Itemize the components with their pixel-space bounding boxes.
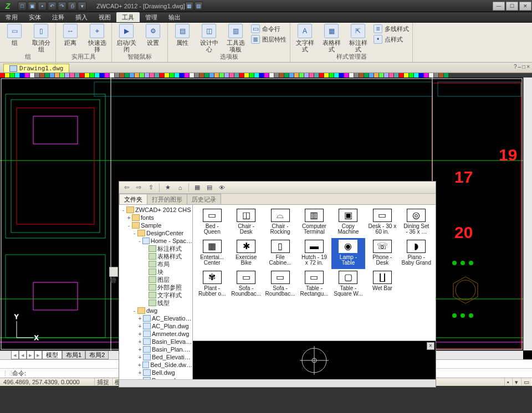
help2-icon[interactable]: ▧: [195, 2, 203, 11]
palette-tab[interactable]: 文件夹: [119, 194, 147, 204]
mdi-restore-icon[interactable]: □: [522, 64, 525, 70]
palette-toolbar-icon[interactable]: ⌂: [175, 183, 185, 193]
block-item[interactable]: ▭Bed - Queen: [195, 207, 229, 238]
block-item[interactable]: ◫Chair -Desk: [229, 207, 263, 238]
block-item[interactable]: ▣CopyMachine: [331, 207, 365, 238]
block-item[interactable]: ▭Sofa -Roundbac...: [229, 269, 263, 300]
folder-tree[interactable]: -ZWCAD+ 2012 CHS+fonts-Sample-DesignCent…: [119, 205, 193, 379]
mdi-close-icon[interactable]: ×: [526, 64, 530, 70]
tree-twisty-icon[interactable]: -: [137, 238, 142, 244]
help-icon[interactable]: ▦: [185, 2, 193, 11]
ribbon-button[interactable]: ≣图层特性: [251, 34, 287, 44]
tree-node[interactable]: +AC_Elevatio…: [119, 314, 192, 322]
tree-node[interactable]: 线型: [119, 299, 192, 307]
ribbon-button[interactable]: ⇱标注样式: [347, 24, 369, 53]
block-grid[interactable]: ▭Bed - Queen◫Chair -Desk⌓Chair -Rocking▥…: [193, 205, 436, 340]
layout-nav-icon[interactable]: ▸: [27, 350, 34, 359]
palette-toolbar-icon[interactable]: ⇦: [121, 183, 131, 193]
ribbon-button[interactable]: ▥工具选项板: [224, 24, 247, 53]
qat-save-icon[interactable]: ▪: [38, 2, 47, 11]
tree-twisty-icon[interactable]: +: [137, 316, 143, 322]
qat-more-icon[interactable]: ▾: [78, 2, 86, 11]
ribbon-button[interactable]: ◫设计中心: [198, 24, 220, 53]
palette-toolbar-icon[interactable]: ★: [163, 183, 173, 193]
ribbon-button[interactable]: ▭组: [3, 24, 25, 46]
tree-twisty-icon[interactable]: +: [137, 354, 143, 360]
ribbon-tab[interactable]: 工具: [116, 12, 140, 22]
palette-toolbar-icon[interactable]: ⇨: [134, 183, 144, 193]
tree-node[interactable]: 表格样式: [119, 252, 192, 260]
layout-tab[interactable]: 布局1: [62, 350, 85, 359]
ribbon-button[interactable]: ▯取消分组: [30, 24, 52, 53]
layout-tab[interactable]: 模型: [42, 350, 62, 359]
qat-print-icon[interactable]: ⎙: [68, 2, 76, 11]
ribbon-tab[interactable]: 插入: [70, 12, 93, 22]
block-item[interactable]: ⌓Chair -Rocking: [263, 207, 297, 238]
tree-node[interactable]: 块: [119, 268, 192, 276]
tree-node[interactable]: +fonts: [119, 214, 192, 221]
tree-node[interactable]: -Home - Spac…: [119, 237, 192, 245]
ribbon-tab[interactable]: 常用: [0, 12, 23, 22]
tree-node[interactable]: +Ammeter.dwg: [119, 330, 192, 338]
maximize-button[interactable]: ☐: [506, 2, 518, 11]
layout-nav-icon[interactable]: ◂: [19, 350, 27, 359]
tree-node[interactable]: 外部参照: [119, 283, 192, 291]
ribbon-button[interactable]: ▶启动/关闭: [115, 24, 137, 53]
palette-tab[interactable]: 打开的图形: [147, 194, 187, 204]
palette-toolbar-icon[interactable]: ⇧: [146, 183, 156, 193]
status-extra-icon[interactable]: ▪: [504, 378, 512, 386]
status-toggle[interactable]: 捕捉: [94, 378, 112, 386]
block-item[interactable]: ∐Wet Bar: [365, 269, 399, 300]
block-item[interactable]: ▬Hutch - 19x 72 in.: [297, 238, 331, 269]
tree-node[interactable]: 布局: [119, 260, 192, 268]
block-item[interactable]: ✾Plant -Rubber o...: [195, 269, 229, 300]
tree-twisty-icon[interactable]: -: [131, 230, 137, 236]
preview-close-icon[interactable]: ×: [427, 342, 434, 350]
document-tab[interactable]: Drawing1.dwg: [3, 64, 69, 73]
tree-node[interactable]: +Bed_Elevati…: [119, 353, 192, 361]
status-extra-icon[interactable]: ▾: [512, 378, 521, 386]
block-item[interactable]: ▭Table -Rectangu...: [297, 269, 331, 300]
tree-scrollbar[interactable]: [119, 379, 436, 387]
tree-node[interactable]: -DesignCenter: [119, 229, 192, 237]
tree-node[interactable]: 图层: [119, 276, 192, 283]
tree-node[interactable]: +Basin_Eleva…: [119, 338, 192, 345]
block-item[interactable]: ▯FileCabine...: [263, 238, 297, 269]
ribbon-tab[interactable]: 实体: [23, 12, 47, 22]
tree-twisty-icon[interactable]: -: [126, 223, 132, 229]
tree-node[interactable]: 标注样式: [119, 245, 192, 252]
vertical-scrollbar[interactable]: [523, 78, 532, 350]
block-item[interactable]: ☏Phone -Desk: [365, 238, 399, 269]
palette-toolbar-icon[interactable]: 👁: [217, 183, 227, 193]
ribbon-button[interactable]: ▤属性: [171, 24, 193, 46]
ribbon-tab[interactable]: 注释: [47, 12, 70, 22]
minimize-button[interactable]: —: [493, 2, 505, 11]
tree-twisty-icon[interactable]: +: [137, 331, 143, 337]
ribbon-button[interactable]: ▭命令行: [251, 24, 287, 34]
tree-node[interactable]: -dwg: [119, 307, 192, 314]
tree-node[interactable]: 文字样式: [119, 291, 192, 299]
tree-node[interactable]: +Bell.dwg: [119, 369, 192, 376]
block-item[interactable]: ▥ComputerTerminal: [297, 207, 331, 238]
tree-twisty-icon[interactable]: +: [137, 347, 143, 353]
ribbon-button[interactable]: ≡多线样式: [374, 24, 409, 34]
tree-twisty-icon[interactable]: +: [137, 362, 142, 368]
ribbon-button[interactable]: ▦表格样式: [320, 24, 342, 53]
block-item[interactable]: ▭Sofa -Roundbac...: [263, 269, 297, 300]
block-item[interactable]: ✱ExerciseBike: [229, 238, 263, 269]
block-item[interactable]: ▢Table -Square W...: [331, 269, 365, 300]
ribbon-tab[interactable]: 视图: [93, 12, 116, 22]
qat-undo-icon[interactable]: ↶: [48, 2, 57, 11]
tree-twisty-icon[interactable]: +: [137, 323, 143, 329]
qat-new-icon[interactable]: □: [18, 2, 27, 11]
tree-twisty-icon[interactable]: +: [137, 339, 143, 345]
close-button[interactable]: ✕: [519, 2, 531, 11]
ribbon-tab[interactable]: 输出: [163, 12, 186, 22]
ribbon-button[interactable]: A文字样式: [294, 24, 316, 53]
palette-toolbar-icon[interactable]: ▤: [204, 183, 214, 193]
tree-twisty-icon[interactable]: +: [126, 215, 132, 221]
grip-icon[interactable]: ⋮⋮: [2, 370, 12, 377]
mdi-help-icon[interactable]: ?: [514, 64, 517, 70]
tree-node[interactable]: +Bed_Side.dw…: [119, 361, 192, 369]
tree-twisty-icon[interactable]: +: [137, 370, 143, 376]
